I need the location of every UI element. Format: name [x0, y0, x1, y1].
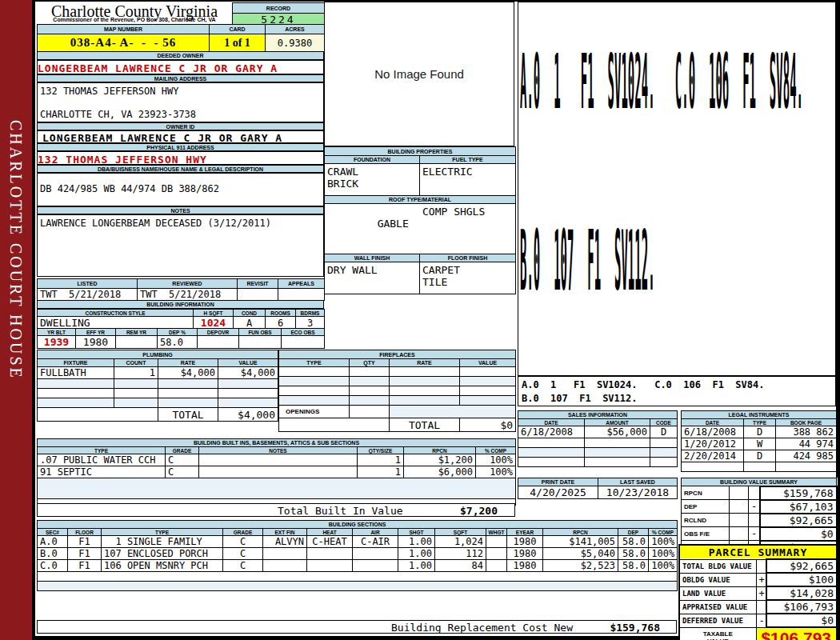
- section-air: [353, 560, 398, 572]
- parcel-label: APPRAISED VALUE: [679, 600, 756, 614]
- empty-cell: [218, 389, 278, 398]
- notes-box: LAWRENCE LONGERBEAM DECEASED (3/12/2011): [37, 214, 324, 277]
- sales-table: SALES INFORMATION DATE AMOUNT CODE 6/18/…: [518, 410, 678, 467]
- section-sqft: 84: [435, 560, 486, 572]
- section-extfin: ALVYN: [263, 536, 307, 548]
- legal-bookpage: 44 974: [776, 438, 837, 450]
- empty-cell: [350, 377, 390, 386]
- building-properties-table: BUILDING PROPERTIES FOUNDATION FUEL TYPE…: [324, 146, 516, 294]
- section-comp: 100%: [649, 536, 678, 548]
- notes-value: LAWRENCE LONGERBEAM DECEASED (3/12/2011): [40, 218, 271, 229]
- dep-value: 58.0: [158, 336, 198, 349]
- bi-grade-header: GRADE: [166, 447, 199, 454]
- fp-qty-header: QTY: [350, 359, 390, 367]
- legal-bookpage: 388 862: [776, 426, 837, 438]
- legal-description-value: DB 424/985 WB 44/974 DB 388/862: [40, 183, 219, 194]
- deeded-owner-label: DEEDED OWNER: [37, 51, 324, 60]
- bvs-value: $92,665: [760, 514, 837, 527]
- openings-label: OPENINGS: [279, 406, 350, 418]
- empty-cell: [279, 386, 350, 396]
- empty-cell: [38, 478, 516, 499]
- card-label: CARD: [210, 25, 266, 34]
- construction-style-label: CONSTRUCTION STYLE: [38, 310, 194, 317]
- reviewed-label: REVIEWED: [138, 279, 238, 289]
- parcel-label: LAND VALUE: [679, 586, 756, 600]
- section-dep: 58.0: [618, 536, 649, 548]
- legal-description-label: DBA/BUISNESS NAME/HOUSE NAME & LEGAL DES…: [37, 165, 324, 173]
- ecoobs-value: [282, 336, 325, 349]
- building-sections-title: BUILDING SECTIONS: [38, 521, 678, 529]
- built-in-type: .07 PUBLIC WATER CCH: [38, 454, 166, 466]
- no-image-text: No Image Found: [374, 67, 464, 81]
- print-date-label: PRINT DATE: [518, 478, 598, 486]
- rpcn-header: RPCN: [543, 529, 618, 536]
- notes-label: NOTES: [37, 206, 324, 214]
- roof-label: ROOF TYPE/MATERIAL: [325, 196, 516, 204]
- acres-label: ACRES: [266, 25, 325, 34]
- parcel-value: $100: [766, 573, 837, 586]
- empty-cell: [390, 386, 460, 396]
- empty-cell: [38, 582, 678, 591]
- empty-cell: [460, 396, 516, 406]
- building-info-title: BUILDING INFORMATION: [37, 300, 324, 309]
- map-number-label: MAP NUMBER: [38, 25, 210, 34]
- section-whgt: [486, 560, 507, 572]
- sketch-legend-line1: A.0 1 F1 SV1024. C.0 106 F1 SV84.: [522, 379, 764, 390]
- empty-cell: [350, 406, 390, 418]
- parcel-sign: [756, 600, 766, 614]
- empty-cell: [518, 448, 585, 458]
- sketch-line2: B.0 107 F1 SV112.: [520, 206, 655, 319]
- legal-type: W: [744, 438, 776, 450]
- empty-cell: [650, 458, 678, 467]
- bi-qty-header: QTY/SIZE: [358, 447, 404, 454]
- section-type: 107 ENCLOSED PORCH: [102, 548, 223, 560]
- sales-date-header: DATE: [518, 419, 585, 426]
- fireplaces-title: FIREPLACES: [279, 350, 516, 359]
- property-record-card: CHARLOTTE COURT HOUSE Charlotte County V…: [0, 0, 840, 640]
- map-card-acres-table: MAP NUMBER CARD ACRES 038-A4- A- - - 56 …: [37, 24, 325, 52]
- fp-rate-header: RATE: [390, 359, 460, 367]
- legal-bookpage-header: BOOK PAGE: [776, 419, 837, 426]
- section-dep: 58.0: [618, 560, 649, 572]
- building-info-table2: YR BLT EFF YR REM YR DEP % DEPOVR FUN OB…: [37, 328, 325, 349]
- sales-code-header: CODE: [650, 419, 678, 426]
- depovr-value: [198, 336, 239, 349]
- fuel-value: ELECTRIC: [420, 164, 516, 196]
- taxable-value-label: TAXABLEVALUE: [679, 627, 756, 640]
- section-id: C.0: [38, 560, 68, 572]
- record-label: RECORD: [233, 3, 325, 14]
- replacement-cost-label: Building Replacement Cost New: [391, 622, 573, 634]
- effyr-value: 1980: [76, 336, 116, 349]
- parcel-value: $0: [766, 614, 837, 627]
- acres-value: 0.9380: [266, 34, 325, 52]
- county-sidebar: CHARLOTTE COURT HOUSE: [0, 0, 35, 640]
- section-grade: C: [223, 560, 263, 572]
- yrblt-label: YR BLT: [38, 329, 76, 336]
- plumbing-fixture: FULLBATH: [38, 367, 114, 379]
- mailing-line1: 132 THOMAS JEFFERSON HWY: [40, 86, 178, 97]
- built-in-grade: C: [166, 454, 199, 466]
- parcel-sign: -: [756, 614, 766, 627]
- floor-finish-label: FLOOR FINISH: [420, 254, 516, 262]
- empty-cell: [158, 389, 218, 398]
- empty-cell: [390, 406, 516, 418]
- plumbing-total-value: $4,000: [218, 408, 278, 422]
- section-shgt: 1.00: [398, 548, 435, 560]
- sales-amount-header: AMOUNT: [585, 419, 650, 426]
- floor-line2: TILE: [422, 276, 447, 288]
- fixture-header: FIXTURE: [38, 359, 114, 367]
- roof-type-value: GABLE: [378, 218, 409, 230]
- revisit-value: [238, 289, 278, 301]
- sketch-legend-line2: B.0 107 F1 SV112.: [522, 393, 638, 404]
- count-header: COUNT: [114, 359, 158, 367]
- built-in-type: 91 SEPTIC: [38, 466, 166, 478]
- section-air: C-AIR: [353, 536, 398, 548]
- fp-value-header: VALUE: [460, 359, 516, 367]
- built-ins-title: BUILDING BUILT INS, BASEMENTS, ATTICS & …: [38, 439, 516, 447]
- section-rpcn: $141,005: [543, 536, 618, 548]
- appeals-value: [278, 289, 325, 301]
- section-id: A.0: [38, 536, 68, 548]
- empty-cell: [350, 367, 390, 377]
- rate-header: RATE: [158, 359, 218, 367]
- parcel-label: TOTAL BLDG VALUE: [679, 559, 756, 573]
